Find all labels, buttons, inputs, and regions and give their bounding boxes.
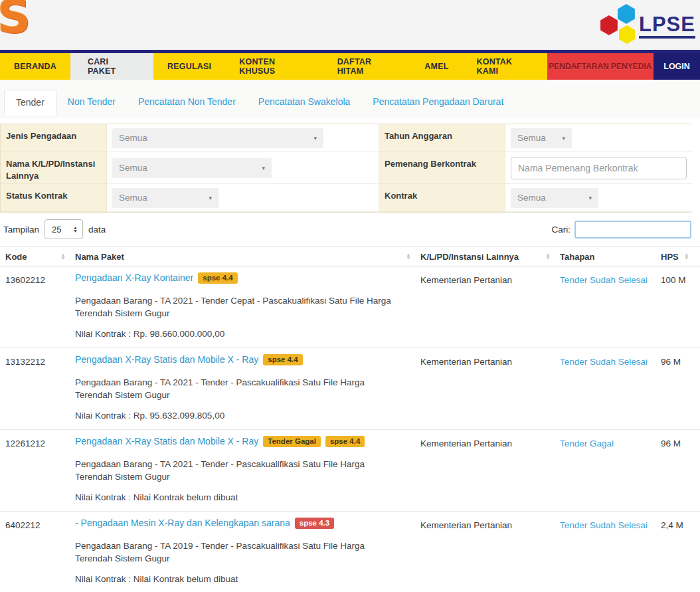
tahapan-link[interactable]: Tender Sudah Selesai [560,520,648,530]
column-header-tahapan[interactable]: Tahapan [555,252,651,262]
pemenang-berkontrak-cell [505,152,692,184]
row-instansi: Kementerian Pertanian [415,266,555,347]
spinner-arrows-icon: ▲▼ [73,226,78,233]
column-header-kode[interactable]: Kode ▲▼ [0,252,70,262]
pendaftaran-penyedia-button[interactable]: PENDAFTARAN PENYEDIA [547,53,654,80]
package-link[interactable]: Pengadaan X-Ray Kontainer [75,272,193,283]
spse-badge: spse 4.4 [325,436,365,447]
jenis-pengadaan-label: Jenis Pengadaan [1,124,107,152]
row-hps: 96 M [651,430,700,511]
nilai-kontrak: Nilai Kontrak : Nilai Kontrak belum dibu… [75,574,415,584]
package-description: Pengadaan Barang - TA 2019 - Tender - Pa… [75,540,394,565]
table-row: 6402212 - Pengadaan Mesin X-Ray dan Kele… [0,512,700,592]
lpse-cari-paket-page: S LPSE BERANDA CARI PAKET REGULASI KONTE… [0,0,700,592]
row-nama-cell: Pengadaan X-Ray Kontainerspse 4.4 Pengad… [70,266,415,347]
tab-non-tender[interactable]: Non Tender [56,90,127,115]
pemenang-berkontrak-input[interactable] [511,157,687,179]
row-nama-cell: Pengadaan X-Ray Statis dan Mobile X - Ra… [70,348,415,429]
nav-item-daftar-hitam[interactable]: DAFTAR HITAM [323,53,411,80]
tahapan-link[interactable]: Tender Sudah Selesai [560,357,648,367]
tahun-anggaran-select[interactable]: Semua ▾ [511,128,572,148]
kontrak-select[interactable]: Semua ▾ [511,188,598,208]
table-header-row: Kode ▲▼ Nama Paket ▲▼ K/L/PD/Instansi La… [0,247,700,266]
package-description: Pengadaan Barang - TA 2021 - Tender - Pa… [75,376,394,401]
row-instansi: Kementerian Pertanian [415,430,555,511]
package-link[interactable]: Pengadaan X-Ray Statis dan Mobile X - Ra… [75,354,258,365]
main-nav: BERANDA CARI PAKET REGULASI KONTEN KHUSU… [0,53,700,80]
sort-icon[interactable]: ▲▼ [545,253,551,260]
tahun-anggaran-cell: Semua ▾ [505,124,692,152]
row-instansi: Kementerian Pertanian [415,512,555,592]
status-kontrak-cell: Semua ▾ [107,184,379,212]
nav-item-konten-khusus[interactable]: KONTEN KHUSUS [225,53,323,80]
search-input[interactable] [574,221,691,239]
tender-table: Kode ▲▼ Nama Paket ▲▼ K/L/PD/Instansi La… [0,247,700,592]
row-kode: 12261212 [0,430,70,511]
row-nama-cell: Pengadaan X-Ray Statis dan Mobile X - Ra… [70,430,415,511]
nilai-kontrak: Nilai Kontrak : Rp. 95.632.099.805,00 [75,411,415,421]
row-kode: 13602212 [0,266,70,347]
table-row: 13132212 Pengadaan X-Ray Statis dan Mobi… [0,348,700,430]
column-header-hps[interactable]: HPS ▲▼ [651,252,700,262]
sort-icon[interactable]: ▲▼ [60,253,66,260]
row-hps: 100 M [651,266,700,347]
cari-label: Cari: [551,225,570,235]
page-header: S LPSE [0,0,700,50]
hexagon-blue-icon [616,4,636,24]
spse-badge: spse 4.4 [198,272,237,284]
status-kontrak-label: Status Kontrak [1,184,107,212]
package-link[interactable]: - Pengadaan Mesin X-Ray dan Kelengkapan … [75,518,290,528]
nama-klpd-label: Nama K/L/PD/Instansi Lainnya [1,152,107,184]
lpse-logo-text: LPSE [639,13,695,39]
row-hps: 96 M [651,348,700,429]
status-kontrak-select[interactable]: Semua ▾ [112,188,219,208]
chevron-down-icon: ▾ [562,135,565,142]
jenis-pengadaan-select[interactable]: Semua ▾ [112,128,323,148]
kontrak-label: Kontrak [379,184,505,212]
tab-strip: Tender Non Tender Pencatatan Non Tender … [0,80,700,118]
package-description: Pengadaan Barang - TA 2021 - Tender - Pa… [75,458,394,483]
nav-item-regulasi[interactable]: REGULASI [153,53,225,80]
tampilan-label: Tampilan [3,225,39,235]
table-toolbar: Tampilan 25 ▲▼ data Cari: [0,219,700,240]
table-row: 13602212 Pengadaan X-Ray Kontainerspse 4… [0,266,700,348]
sort-icon[interactable]: ▲▼ [406,253,411,260]
jenis-pengadaan-cell: Semua ▾ [107,124,379,152]
row-kode: 6402212 [0,512,70,592]
hexagon-red-icon [599,15,619,35]
row-nama-cell: - Pengadaan Mesin X-Ray dan Kelengkapan … [70,512,415,592]
tab-tender[interactable]: Tender [4,90,56,115]
row-kode: 13132212 [0,348,70,429]
hexagon-yellow-icon [618,25,636,44]
kontrak-cell: Semua ▾ [505,184,692,212]
table-row: 12261212 Pengadaan X-Ray Statis dan Mobi… [0,430,700,512]
row-instansi: Kementerian Pertanian [415,348,555,429]
tab-pencatatan-pengadaan-darurat[interactable]: Pencatatan Pengadaan Darurat [361,90,515,115]
nav-item-amel[interactable]: AMEL [410,53,462,80]
nav-item-beranda[interactable]: BERANDA [0,53,70,80]
chevron-down-icon: ▾ [313,135,317,142]
login-button[interactable]: LOGIN [654,53,700,80]
tab-pencatatan-non-tender[interactable]: Pencatatan Non Tender [127,90,247,115]
nav-item-kontak-kami[interactable]: KONTAK KAMI [463,53,547,80]
nav-item-cari-paket[interactable]: CARI PAKET [70,53,153,80]
nilai-kontrak: Nilai Kontrak : Nilai Kontrak belum dibu… [75,492,415,502]
tahapan-link[interactable]: Tender Sudah Selesai [560,275,648,285]
package-link[interactable]: Pengadaan X-Ray Statis dan Mobile X - Ra… [75,436,258,446]
filter-panel: Jenis Pengadaan Semua ▾ Tahun Anggaran S… [0,124,691,213]
column-header-nama-paket[interactable]: Nama Paket ▲▼ [70,252,415,262]
tab-pencatatan-swakelola[interactable]: Pencatatan Swakelola [247,90,362,115]
row-hps: 2,4 M [651,512,700,592]
package-description: Pengadaan Barang - TA 2021 - Tender Cepa… [75,294,394,320]
spse-badge: spse 4.3 [295,518,334,529]
tahapan-link[interactable]: Tender Gagal [560,439,614,448]
chevron-down-icon: ▾ [588,195,592,201]
lpse-logo: LPSE [594,4,693,47]
nama-klpd-select[interactable]: Semua ▾ [112,158,272,178]
sort-icon[interactable]: ▲▼ [684,253,689,260]
data-label: data [88,225,106,235]
nama-klpd-cell: Semua ▾ [107,152,379,184]
page-size-select[interactable]: 25 ▲▼ [44,219,83,239]
column-header-instansi[interactable]: K/L/PD/Instansi Lainnya ▲▼ [415,252,555,262]
tender-gagal-badge: Tender Gagal [263,436,321,447]
